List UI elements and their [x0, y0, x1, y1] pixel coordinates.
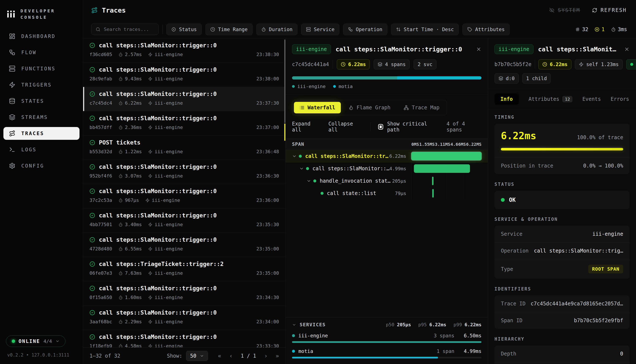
- tab-flame-graph[interactable]: Flame Graph: [343, 102, 396, 114]
- tab-events[interactable]: Events: [582, 96, 601, 102]
- chevron-down-icon[interactable]: [299, 166, 304, 171]
- trace-duration: 1.60ms: [118, 295, 142, 300]
- trace-row[interactable]: call steps::SlaMonitor::trigger::0 4728d…: [83, 233, 286, 257]
- first-page-button[interactable]: «: [218, 353, 221, 359]
- tab-trace-map[interactable]: Trace Map: [398, 102, 445, 114]
- trace-row[interactable]: call steps::SlaMonitor::trigger::0 c7c45…: [83, 87, 286, 111]
- trace-row[interactable]: call steps::SlaMonitor::trigger::0 28c9e…: [83, 63, 286, 87]
- span-row[interactable]: call steps::SlaMonitor::tr… 6.22ms: [286, 150, 488, 162]
- filter-time-range-button[interactable]: Time Range: [206, 24, 252, 35]
- sort-arrows-icon: [396, 27, 401, 32]
- search-box[interactable]: [91, 24, 158, 35]
- trace-duration: 9.43ms: [118, 76, 142, 82]
- last-page-button[interactable]: »: [276, 353, 279, 359]
- sidebar-item-states[interactable]: STATES: [4, 94, 80, 108]
- trace-row[interactable]: call steps::SlaMonitor::trigger::0 4bb77…: [83, 208, 286, 233]
- timeline-tick: 0MS: [411, 142, 419, 147]
- critical-path-toggle[interactable]: Show critical path: [378, 121, 440, 133]
- flame-icon: [348, 105, 354, 110]
- span-row[interactable]: handle_invocation stat… 205μs: [286, 175, 488, 187]
- collapse-all-button[interactable]: Collapse all: [328, 121, 364, 133]
- tab-errors[interactable]: Errors: [611, 96, 629, 102]
- critical-path-checkbox[interactable]: [378, 124, 384, 130]
- online-status-pill[interactable]: ONLINE 4/4: [6, 336, 66, 347]
- sidebar-item-flow[interactable]: FLOW: [4, 46, 80, 59]
- next-page-button[interactable]: ›: [264, 353, 268, 359]
- check-circle-icon: [90, 310, 95, 316]
- database-icon: [9, 98, 15, 104]
- filter-status-button[interactable]: Status: [166, 24, 202, 35]
- sidebar-item-label: TRACES: [21, 131, 44, 136]
- trace-row[interactable]: call steps::SlaMonitor::trigger::0 bb457…: [83, 111, 286, 136]
- tab-info[interactable]: Info: [494, 94, 519, 105]
- trace-row[interactable]: POST tickets b553d32d 1.22ms: [83, 136, 286, 160]
- logo-icon: [6, 10, 16, 19]
- chevron-down-icon[interactable]: [292, 323, 296, 327]
- timer-icon: [118, 320, 123, 324]
- trace-time: 23:37:30: [256, 100, 279, 106]
- sidebar-item-streams[interactable]: STREAMS: [4, 111, 80, 124]
- layers-icon: [498, 76, 503, 81]
- span-bar[interactable]: [432, 177, 434, 185]
- scrollbar-thumb[interactable]: [284, 40, 286, 123]
- trace-row[interactable]: call steps::SlaMonitor::trigger::0 f36cd…: [83, 38, 286, 63]
- chevron-down-icon[interactable]: [292, 154, 297, 158]
- span-bar[interactable]: [414, 164, 470, 173]
- zap-icon: [148, 77, 152, 81]
- zap-icon: [148, 247, 152, 251]
- sidebar-item-functions[interactable]: FUNCTIONS: [4, 62, 80, 75]
- circle-dot-icon: [171, 27, 176, 32]
- filter-attributes-button[interactable]: Attributes: [462, 24, 510, 35]
- trace-id: c7c45dc4: [90, 100, 112, 106]
- span-detail-panel: iii-engine call steps::SlaMonitor::trigg…: [488, 38, 636, 364]
- timing-percent: 100.0% of trace: [577, 134, 623, 140]
- expand-all-button[interactable]: Expand all: [292, 121, 321, 133]
- filter-operation-button[interactable]: Operation: [343, 24, 387, 35]
- prev-page-button[interactable]: ‹: [229, 353, 233, 359]
- sidebar-item-logs[interactable]: LOGS: [4, 143, 80, 156]
- filter-service-button[interactable]: Service: [301, 24, 339, 35]
- trace-title: call steps::TriageTicket::trigger::2: [99, 261, 224, 267]
- trace-row[interactable]: call steps::SlaMonitor::trigger::0 3aaf6…: [83, 306, 286, 330]
- zap-icon: [148, 52, 152, 57]
- chevron-down-icon[interactable]: [306, 178, 311, 183]
- close-icon[interactable]: [624, 46, 630, 52]
- system-toggle-button[interactable]: SYSTEM: [549, 7, 580, 13]
- span-row[interactable]: call state::list 79μs: [286, 187, 488, 200]
- span-row[interactable]: call steps::SlaMonitor::… 4.99ms: [286, 162, 488, 175]
- sidebar-item-triggers[interactable]: TRIGGERS: [4, 78, 80, 91]
- trace-row[interactable]: call steps::SlaMonitor::trigger::0 37c2c…: [83, 184, 286, 208]
- zap-icon: [148, 320, 152, 324]
- span-bar[interactable]: [411, 152, 482, 160]
- refresh-button[interactable]: REFRESH: [592, 7, 626, 13]
- span-bar[interactable]: [432, 189, 434, 198]
- root-span-badge: ROOT SPAN: [588, 265, 623, 274]
- sidebar-item-config[interactable]: CONFIG: [4, 160, 80, 172]
- trace-title: call steps::SlaMonitor::trigger::0: [99, 164, 217, 170]
- filter-duration-button[interactable]: Duration: [256, 24, 298, 35]
- trace-id: 06fe07e3: [90, 270, 112, 276]
- trace-row[interactable]: call steps::SlaMonitor::trigger::0 952bf…: [83, 160, 286, 184]
- tab-attributes[interactable]: Attributes 12: [528, 96, 573, 102]
- trace-time: 23:34:00: [256, 319, 279, 324]
- sidebar-item-traces[interactable]: TRACES: [4, 127, 80, 140]
- sidebar-item-dashboard[interactable]: DASHBOARD: [4, 30, 80, 42]
- trace-row[interactable]: call steps::TriageTicket::trigger::2 06f…: [83, 257, 286, 281]
- search-input[interactable]: [104, 27, 154, 32]
- sort-button[interactable]: Start Time · Desc: [391, 24, 459, 35]
- trace-row[interactable]: call steps::SlaMonitor::trigger::0 0f15a…: [83, 281, 286, 306]
- trace-row[interactable]: call steps::SlaMonitor::trigger::0 1f18e…: [83, 330, 286, 348]
- service-name: motia: [298, 348, 313, 354]
- layers-icon: [378, 62, 382, 67]
- page-size-select[interactable]: 50: [186, 351, 208, 361]
- logo: DEVELOPER CONSOLE: [0, 6, 83, 30]
- trace-time: 23:34:30: [256, 295, 279, 300]
- close-icon[interactable]: [476, 46, 482, 52]
- trace-title: call steps::SlaMonitor::trigger::0: [99, 309, 217, 316]
- trace-duration: 7.63ms: [118, 270, 142, 276]
- tab-waterfall[interactable]: Waterfall: [294, 102, 341, 114]
- attributes-count-badge: 12: [562, 96, 572, 102]
- trace-service: iii-engine: [148, 295, 183, 300]
- workflow-icon: [348, 27, 353, 32]
- range-label: 1–32 of 32: [90, 353, 120, 359]
